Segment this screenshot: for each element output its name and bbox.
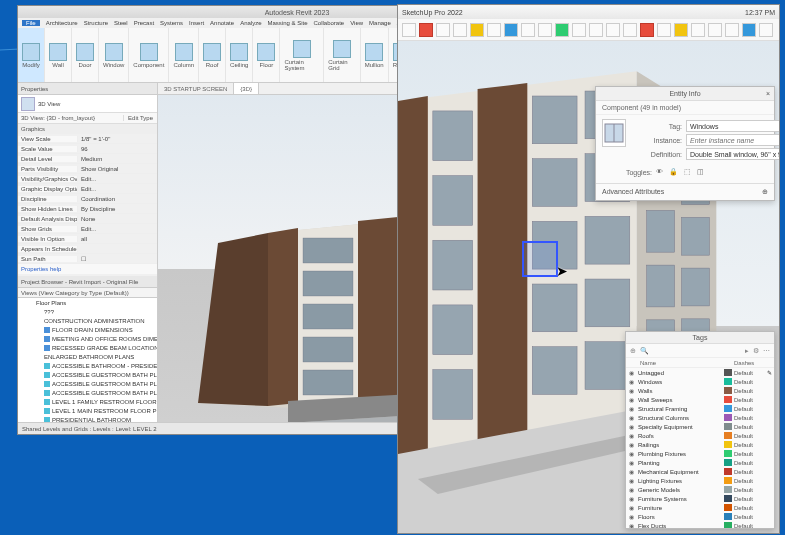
tags-panel[interactable]: Tags ⊕ 🔍 ▸ ⚙ ⋯ Name Dashes ◉UntaggedDefa…	[625, 331, 775, 529]
definition-value[interactable]: Double Small window, 96" x 96", 289F22	[686, 148, 779, 160]
color-swatch[interactable]	[724, 387, 732, 394]
ribbon-column[interactable]: Column	[169, 28, 199, 82]
menu-collaborate[interactable]: Collaborate	[314, 20, 345, 26]
tag-item[interactable]: ◉FloorsDefault	[626, 512, 774, 521]
search-icon[interactable]: 🔍	[640, 347, 649, 355]
sketchup-tool-12[interactable]	[606, 23, 620, 37]
tag-item[interactable]: ◉FurnitureDefault	[626, 503, 774, 512]
property-row[interactable]: Parts VisibilityShow Original	[18, 164, 157, 174]
viewport-tab[interactable]: 3D STARTUP SCREEN	[158, 83, 234, 94]
property-row[interactable]: Default Analysis Display...None	[18, 214, 157, 224]
tree-item[interactable]: ACCESSIBLE GUESTROOM BATH PLAN ...	[18, 388, 157, 397]
tag-item[interactable]: ◉WallsDefault	[626, 386, 774, 395]
visibility-icon[interactable]: ◉	[626, 441, 636, 448]
color-swatch[interactable]	[724, 405, 732, 412]
menu-systems[interactable]: Systems	[160, 20, 183, 26]
menu-massing-site[interactable]: Massing & Site	[267, 20, 307, 26]
properties-header[interactable]: Properties	[18, 83, 157, 95]
tags-list[interactable]: ◉UntaggedDefault✎◉WindowsDefault◉WallsDe…	[626, 368, 774, 528]
ribbon-ceiling[interactable]: Ceiling	[226, 28, 253, 82]
visibility-toggle-icon[interactable]: 👁	[656, 168, 663, 176]
visibility-icon[interactable]: ◉	[626, 504, 636, 511]
sketchup-tool-3[interactable]	[453, 23, 467, 37]
color-swatch[interactable]	[724, 495, 732, 502]
sketchup-titlebar[interactable]: SketchUp Pro 2022 12:37 PM	[398, 5, 779, 19]
property-row[interactable]: Detail LevelMedium	[18, 154, 157, 164]
tree-item[interactable]: ACCESSIBLE GUESTROOM BATH PLAN ...	[18, 370, 157, 379]
tag-item[interactable]: ◉UntaggedDefault✎	[626, 368, 774, 377]
sketchup-tool-15[interactable]	[657, 23, 671, 37]
property-row[interactable]: View Scale1/8" = 1'-0"	[18, 134, 157, 144]
visibility-icon[interactable]: ◉	[626, 459, 636, 466]
visibility-icon[interactable]: ◉	[626, 423, 636, 430]
type-selector[interactable]: 3D View: {3D - from_layout}	[18, 115, 123, 121]
visibility-icon[interactable]: ◉	[626, 468, 636, 475]
expand-icon[interactable]: ⊕	[762, 188, 768, 196]
menu-insert[interactable]: Insert	[189, 20, 204, 26]
property-row[interactable]: Visible In Optionall	[18, 234, 157, 244]
visibility-icon[interactable]: ◉	[626, 450, 636, 457]
color-swatch[interactable]	[724, 369, 732, 376]
tag-item[interactable]: ◉Mechanical EquipmentDefault	[626, 467, 774, 476]
tree-item[interactable]: ACCESSIBLE GUESTROOM BATH PLAN ...	[18, 379, 157, 388]
color-swatch[interactable]	[724, 378, 732, 385]
tree-item[interactable]: ACCESSIBLE BATHROOM - PRESIDENTI...	[18, 361, 157, 370]
tree-item[interactable]: LEVEL 1 MAIN RESTROOM FLOOR PLAN...	[18, 406, 157, 415]
sketchup-viewport[interactable]: ➤ Entity Info × Component (49 in model) …	[398, 41, 779, 533]
sketchup-tool-14[interactable]	[640, 23, 654, 37]
sketchup-tool-0[interactable]	[402, 23, 416, 37]
tag-item[interactable]: ◉Lighting FixturesDefault	[626, 476, 774, 485]
color-swatch[interactable]	[724, 522, 732, 528]
tree-item[interactable]: MEETING AND OFFICE ROOMS DIMEN...	[18, 334, 157, 343]
menu-view[interactable]: View	[350, 20, 363, 26]
tree-item[interactable]: PRESIDENTIAL BATHROOM	[18, 415, 157, 422]
color-swatch[interactable]	[724, 504, 732, 511]
entity-info-panel[interactable]: Entity Info × Component (49 in model) Ta…	[595, 86, 775, 201]
ribbon-modify[interactable]: Modify	[18, 28, 45, 82]
menu-annotate[interactable]: Annotate	[210, 20, 234, 26]
sketchup-tool-4[interactable]	[470, 23, 484, 37]
menu-structure[interactable]: Structure	[84, 20, 108, 26]
property-row[interactable]: Visibility/Graphics Overr...Edit...	[18, 174, 157, 184]
ribbon-door[interactable]: Door	[72, 28, 99, 82]
sketchup-tool-8[interactable]	[538, 23, 552, 37]
color-swatch[interactable]	[724, 486, 732, 493]
properties-help-link[interactable]: Properties help	[18, 264, 157, 274]
selected-window-highlight[interactable]	[522, 241, 558, 277]
edit-type-button[interactable]: Edit Type	[123, 115, 157, 121]
project-browser-tree[interactable]: Floor Plans???CONSTRUCTION ADMINISTRATIO…	[18, 297, 157, 422]
visibility-icon[interactable]: ◉	[626, 414, 636, 421]
menu-analyze[interactable]: Analyze	[240, 20, 261, 26]
ribbon-curtain-grid[interactable]: Curtain Grid	[324, 28, 360, 82]
tag-item[interactable]: ◉Structural FramingDefault	[626, 404, 774, 413]
visibility-icon[interactable]: ◉	[626, 477, 636, 484]
tags-more-icon[interactable]: ⋯	[763, 347, 770, 355]
visibility-icon[interactable]: ◉	[626, 369, 636, 376]
property-row[interactable]: Show GridsEdit...	[18, 224, 157, 234]
tag-item[interactable]: ◉Plumbing FixturesDefault	[626, 449, 774, 458]
tree-item[interactable]: FLOOR DRAIN DIMENSIONS	[18, 325, 157, 334]
tag-item[interactable]: ◉Specialty EquipmentDefault	[626, 422, 774, 431]
tag-item[interactable]: ◉Generic ModelsDefault	[626, 485, 774, 494]
ribbon-wall[interactable]: Wall	[45, 28, 72, 82]
color-swatch[interactable]	[724, 459, 732, 466]
visibility-icon[interactable]: ◉	[626, 396, 636, 403]
visibility-icon[interactable]: ◉	[626, 495, 636, 502]
pencil-icon[interactable]: ✎	[764, 369, 774, 376]
ribbon-roof[interactable]: Roof	[199, 28, 226, 82]
property-row[interactable]: Appears In Schedule	[18, 244, 157, 254]
property-row[interactable]: Graphic Display OptionsEdit...	[18, 184, 157, 194]
shadows-receive-icon[interactable]: ◫	[697, 168, 704, 176]
sketchup-tool-16[interactable]	[674, 23, 688, 37]
tags-header[interactable]: Tags	[626, 332, 774, 344]
color-swatch[interactable]	[724, 396, 732, 403]
instance-input[interactable]	[686, 134, 779, 146]
project-browser-header[interactable]: Project Browser - Revit Import - Origina…	[18, 276, 157, 288]
tag-item[interactable]: ◉Flex DuctsDefault	[626, 521, 774, 528]
ribbon-mullion[interactable]: Mullion	[361, 28, 389, 82]
close-icon[interactable]: ×	[766, 90, 770, 97]
color-swatch[interactable]	[724, 513, 732, 520]
add-tag-icon[interactable]: ⊕	[630, 347, 636, 355]
tags-menu-icon[interactable]: ▸	[745, 347, 749, 355]
visibility-icon[interactable]: ◉	[626, 405, 636, 412]
